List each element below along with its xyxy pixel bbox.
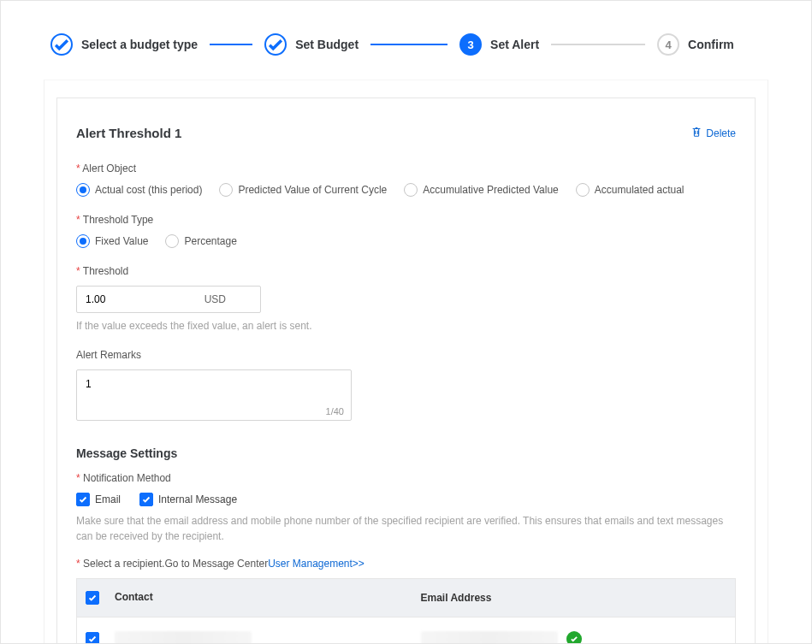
- check-icon: [50, 33, 73, 56]
- stepper: Select a budget type Set Budget 3 Set Al…: [44, 33, 768, 56]
- threshold-type-label: Threshold Type: [76, 214, 736, 226]
- header-contact: Contact: [115, 591, 421, 605]
- recipient-line: Select a recipient.Go to Message CenterU…: [76, 558, 736, 570]
- threshold-label: Threshold: [76, 265, 736, 277]
- notification-note: Make sure that the email address and mob…: [76, 513, 736, 544]
- radio-accumulated-actual[interactable]: Accumulated actual: [576, 183, 685, 197]
- verified-icon: [566, 631, 582, 644]
- checkbox-icon: [86, 591, 99, 605]
- header-email: Email Address: [421, 591, 727, 605]
- notification-method-checks: Email Internal Message: [76, 493, 736, 506]
- checkbox-icon: [86, 632, 99, 644]
- remarks-count: 1/40: [326, 406, 344, 417]
- threshold-input-wrap: USD: [76, 286, 261, 313]
- radio-percentage[interactable]: Percentage: [165, 234, 236, 248]
- step-2: Set Budget: [264, 33, 359, 56]
- radio-actual-cost[interactable]: Actual cost (this period): [76, 183, 202, 197]
- remarks-textarea[interactable]: [86, 378, 342, 405]
- step-2-label: Set Budget: [295, 38, 359, 51]
- checkbox-row[interactable]: [86, 632, 99, 644]
- step-1: Select a budget type: [50, 33, 198, 56]
- threshold-hint: If the value exceeds the fixed value, an…: [76, 320, 736, 332]
- notification-method-label: Notification Method: [76, 472, 736, 484]
- step-4: 4 Confirm: [657, 33, 734, 56]
- checkbox-email[interactable]: Email: [76, 493, 121, 506]
- check-icon: [264, 33, 287, 56]
- step-3-number: 3: [459, 33, 482, 56]
- checkbox-select-all[interactable]: [86, 591, 99, 605]
- alert-object-label: Alert Object: [76, 162, 736, 174]
- checkbox-icon: [139, 493, 153, 506]
- radio-predicted-value[interactable]: Predicted Value of Current Cycle: [219, 183, 387, 197]
- cell-contact: [115, 631, 421, 644]
- trash-icon: [690, 126, 702, 140]
- recipient-table: Contact Email Address: [76, 578, 736, 644]
- step-4-number: 4: [657, 33, 679, 56]
- threshold-input[interactable]: [86, 293, 154, 305]
- alert-object-radio-group: Actual cost (this period) Predicted Valu…: [76, 183, 736, 197]
- radio-fixed-value[interactable]: Fixed Value: [76, 234, 148, 248]
- step-1-label: Select a budget type: [81, 38, 198, 51]
- alert-card-outer: Alert Threshold 1 Delete Alert Object Ac…: [44, 80, 768, 644]
- message-settings-title: Message Settings: [76, 446, 736, 460]
- table-row: [77, 617, 735, 644]
- threshold-unit: USD: [204, 293, 226, 305]
- checkbox-icon: [76, 493, 90, 506]
- remarks-label: Alert Remarks: [76, 349, 736, 361]
- radio-accumulative-predicted[interactable]: Accumulative Predicted Value: [404, 183, 559, 197]
- step-4-label: Confirm: [688, 38, 734, 51]
- alert-card: Alert Threshold 1 Delete Alert Object Ac…: [56, 97, 756, 644]
- cell-email: [421, 631, 727, 644]
- step-3-label: Set Alert: [490, 38, 539, 51]
- remarks-textarea-wrap: 1/40: [76, 369, 352, 421]
- table-header: Contact Email Address: [77, 579, 735, 617]
- delete-button[interactable]: Delete: [690, 126, 736, 140]
- alert-title: Alert Threshold 1: [76, 126, 181, 140]
- threshold-type-radio-group: Fixed Value Percentage: [76, 234, 736, 248]
- checkbox-internal-message[interactable]: Internal Message: [139, 493, 237, 506]
- user-management-link[interactable]: User Management>>: [268, 558, 365, 570]
- step-3: 3 Set Alert: [459, 33, 539, 56]
